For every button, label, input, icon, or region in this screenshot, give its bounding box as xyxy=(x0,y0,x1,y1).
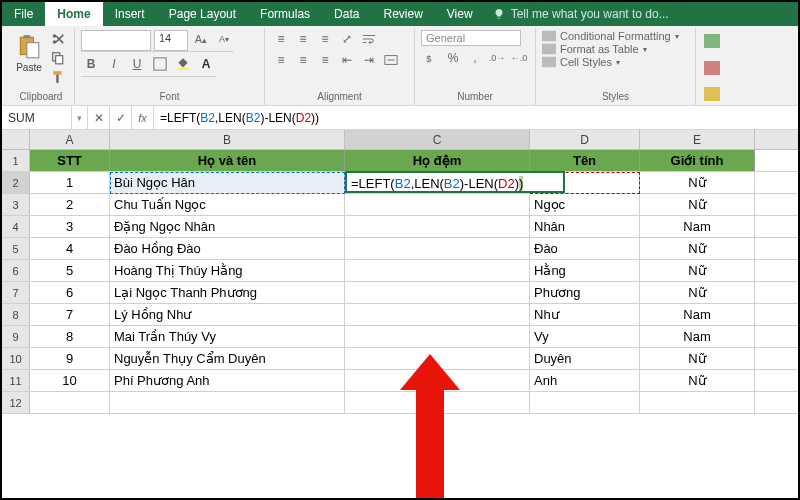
active-cell-c2[interactable]: =LEFT(B2,LEN(B2)-LEN(D2)) xyxy=(345,171,565,193)
row-header-10[interactable]: 10 xyxy=(2,348,30,369)
currency-button[interactable]: $ xyxy=(421,49,441,67)
cell-D11[interactable]: Anh xyxy=(530,370,640,391)
header-gioi-tinh[interactable]: Giới tính xyxy=(640,150,755,171)
cell[interactable] xyxy=(530,392,640,413)
cell-B8[interactable]: Lý Hồng Như xyxy=(110,304,345,325)
shrink-font-button[interactable]: A▾ xyxy=(214,30,234,48)
bold-button[interactable]: B xyxy=(81,55,101,73)
cell-A3[interactable]: 2 xyxy=(30,194,110,215)
header-ten[interactable]: Tên xyxy=(530,150,640,171)
align-bottom-button[interactable]: ≡ xyxy=(315,30,335,48)
name-box[interactable]: SUM xyxy=(2,106,72,129)
grow-font-button[interactable]: A▴ xyxy=(191,30,211,48)
cell-E3[interactable]: Nữ xyxy=(640,194,755,215)
tab-page-layout[interactable]: Page Layout xyxy=(157,2,248,26)
formula-input[interactable]: =LEFT(B2,LEN(B2)-LEN(D2)) xyxy=(154,106,798,129)
font-size-select[interactable]: 14 xyxy=(154,30,188,51)
cell-B9[interactable]: Mai Trần Thúy Vy xyxy=(110,326,345,347)
cell-A9[interactable]: 8 xyxy=(30,326,110,347)
row-header-6[interactable]: 6 xyxy=(2,260,30,281)
tab-review[interactable]: Review xyxy=(371,2,434,26)
cell-C8[interactable] xyxy=(345,304,530,325)
align-center-button[interactable]: ≡ xyxy=(293,51,313,69)
row-header-3[interactable]: 3 xyxy=(2,194,30,215)
orientation-button[interactable]: ⤢ xyxy=(337,30,357,48)
cut-button[interactable] xyxy=(48,30,68,48)
increase-indent-button[interactable]: ⇥ xyxy=(359,51,379,69)
underline-button[interactable]: U xyxy=(127,55,147,73)
cell-D3[interactable]: Ngọc xyxy=(530,194,640,215)
percent-button[interactable]: % xyxy=(443,49,463,67)
cell-E2[interactable]: Nữ xyxy=(640,172,755,193)
cell-D8[interactable]: Như xyxy=(530,304,640,325)
row-header-2[interactable]: 2 xyxy=(2,172,30,193)
border-button[interactable] xyxy=(150,55,170,73)
cell-C10[interactable] xyxy=(345,348,530,369)
cells-insert-button[interactable] xyxy=(702,32,722,50)
cell-D9[interactable]: Vy xyxy=(530,326,640,347)
col-header-A[interactable]: A xyxy=(30,130,110,149)
comma-button[interactable]: , xyxy=(465,49,485,67)
cell-B11[interactable]: Phí Phương Anh xyxy=(110,370,345,391)
row-header-4[interactable]: 4 xyxy=(2,216,30,237)
header-stt[interactable]: STT xyxy=(30,150,110,171)
cell-E5[interactable]: Nữ xyxy=(640,238,755,259)
cell-A5[interactable]: 4 xyxy=(30,238,110,259)
cell-C4[interactable] xyxy=(345,216,530,237)
cell-E6[interactable]: Nữ xyxy=(640,260,755,281)
cell[interactable] xyxy=(110,392,345,413)
cell-A2[interactable]: 1 xyxy=(30,172,110,193)
header-ho-dem[interactable]: Họ đệm xyxy=(345,150,530,171)
number-format-select[interactable]: General xyxy=(421,30,521,46)
cell[interactable] xyxy=(30,392,110,413)
wrap-text-button[interactable] xyxy=(359,30,379,48)
tab-view[interactable]: View xyxy=(435,2,485,26)
row-header-12[interactable]: 12 xyxy=(2,392,30,413)
col-header-B[interactable]: B xyxy=(110,130,345,149)
name-box-dropdown[interactable]: ▾ xyxy=(72,106,88,129)
tab-formulas[interactable]: Formulas xyxy=(248,2,322,26)
align-left-button[interactable]: ≡ xyxy=(271,51,291,69)
cell-D5[interactable]: Đào xyxy=(530,238,640,259)
row-header-7[interactable]: 7 xyxy=(2,282,30,303)
cell-A11[interactable]: 10 xyxy=(30,370,110,391)
cell-B6[interactable]: Hoàng Thị Thúy Hằng xyxy=(110,260,345,281)
cell-E8[interactable]: Nam xyxy=(640,304,755,325)
fill-color-button[interactable] xyxy=(173,55,193,73)
decrease-indent-button[interactable]: ⇤ xyxy=(337,51,357,69)
cell-B10[interactable]: Nguyễn Thụy Cẩm Duyên xyxy=(110,348,345,369)
row-header-11[interactable]: 11 xyxy=(2,370,30,391)
merge-center-button[interactable] xyxy=(381,51,401,69)
cells-format-button[interactable] xyxy=(702,85,722,103)
decrease-decimal-button[interactable]: ←.0 xyxy=(509,49,529,67)
cell-E4[interactable]: Nam xyxy=(640,216,755,237)
cell-E9[interactable]: Nam xyxy=(640,326,755,347)
copy-button[interactable] xyxy=(48,49,68,67)
italic-button[interactable]: I xyxy=(104,55,124,73)
cells-delete-button[interactable] xyxy=(702,59,722,77)
cell-C6[interactable] xyxy=(345,260,530,281)
formula-enter-button[interactable]: ✓ xyxy=(110,106,132,129)
header-ho-va-ten[interactable]: Họ và tên xyxy=(110,150,345,171)
cell-C5[interactable] xyxy=(345,238,530,259)
cell-E10[interactable]: Nữ xyxy=(640,348,755,369)
row-header-5[interactable]: 5 xyxy=(2,238,30,259)
cell-B7[interactable]: Lại Ngọc Thanh Phương xyxy=(110,282,345,303)
font-color-button[interactable]: A xyxy=(196,55,216,73)
font-family-select[interactable] xyxy=(81,30,151,51)
format-painter-button[interactable] xyxy=(48,68,68,86)
cell-B3[interactable]: Chu Tuấn Ngọc xyxy=(110,194,345,215)
align-top-button[interactable]: ≡ xyxy=(271,30,291,48)
row-header-1[interactable]: 1 xyxy=(2,150,30,171)
paste-button[interactable]: Paste xyxy=(14,30,44,75)
cell-styles-button[interactable]: Cell Styles▾ xyxy=(542,56,679,68)
col-header-C[interactable]: C xyxy=(345,130,530,149)
cell-E7[interactable]: Nữ xyxy=(640,282,755,303)
cell-A4[interactable]: 3 xyxy=(30,216,110,237)
cell-B5[interactable]: Đào Hồng Đào xyxy=(110,238,345,259)
cell-B4[interactable]: Đặng Ngọc Nhân xyxy=(110,216,345,237)
cell-A10[interactable]: 9 xyxy=(30,348,110,369)
cell-D7[interactable]: Phương xyxy=(530,282,640,303)
col-header-E[interactable]: E xyxy=(640,130,755,149)
cell[interactable] xyxy=(640,392,755,413)
